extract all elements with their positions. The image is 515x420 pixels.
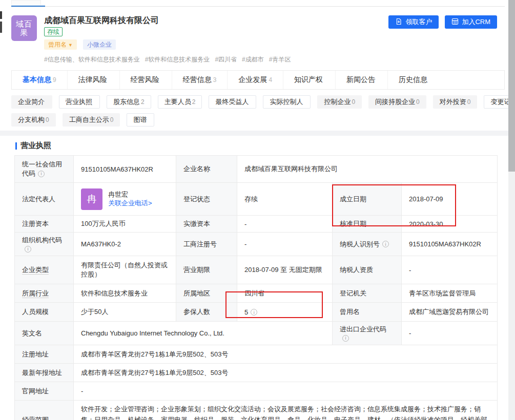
field-label-industry: 所属行业 <box>15 284 74 303</box>
subnav-business-license[interactable]: 营业执照 <box>59 95 100 109</box>
tab-operation-risk[interactable]: 经营风险 <box>120 71 172 89</box>
field-value-taxpayer-quality: - <box>402 256 498 284</box>
subnav-indirect-holdings[interactable]: 间接持股企业0 <box>368 95 426 109</box>
field-label-legal-rep: 法定代表人 <box>15 183 74 216</box>
subnav-self-disclosure[interactable]: 工商自主公示0 <box>63 113 120 127</box>
field-value-reg-capital: 100万元人民币 <box>74 216 176 233</box>
subnav-company-profile[interactable]: 企业简介 <box>11 95 52 109</box>
field-value-business-scope: 软件开发；企业管理咨询；企业形象策划；组织文化交流活动；会议及展览服务；社会经济… <box>74 401 498 420</box>
table-row: 组织机构代码i MA637HK0-2 工商注册号 - 纳税人识别号i 91510… <box>15 233 498 256</box>
field-value-english-name: Chengdu Yubaiguo Internet Technology Co.… <box>74 322 333 345</box>
hashtag-link[interactable]: #青羊区 <box>269 55 291 64</box>
subnav-shareholders[interactable]: 股东信息2 <box>107 95 151 109</box>
field-label-reg-capital: 注册资本 <box>15 216 74 233</box>
scrollbar-track[interactable] <box>508 0 515 420</box>
subnav-controlled-companies[interactable]: 控制企业0 <box>317 95 362 109</box>
field-value-industry: 软件和信息技术服务业 <box>74 284 176 303</box>
tab-news[interactable]: 新闻公告 <box>336 71 388 89</box>
field-value-credit-code: 91510105MA637HK02R <box>74 156 176 183</box>
field-value-staff-size: 少于50人 <box>74 303 176 322</box>
table-row: 注册地址 成都市青羊区青龙街27号1栋1单元9层502、503号 <box>15 345 498 364</box>
field-value-legal-rep: 冉 冉世宏 关联企业电话> <box>74 183 176 216</box>
section-divider <box>0 131 508 136</box>
hashtag-link[interactable]: #成都市 <box>242 55 264 64</box>
info-icon[interactable]: i <box>342 335 349 342</box>
claim-customer-icon <box>395 18 402 27</box>
title-accent-bar <box>15 142 17 150</box>
field-label-company-type: 企业类型 <box>15 256 74 284</box>
table-row: 所属行业 软件和信息技术服务业 所属地区 四川省 登记机关 青羊区市场监督管理局 <box>15 284 498 303</box>
subnav-actual-controller[interactable]: 实际控制人 <box>263 95 311 109</box>
info-icon[interactable]: i <box>38 171 45 177</box>
crm-grid-icon <box>451 18 459 27</box>
micro-enterprise-badge: 小微企业 <box>83 39 116 50</box>
tab-intellectual-property[interactable]: 知识产权 <box>283 71 336 89</box>
field-value-import-export-code: - <box>402 322 498 345</box>
subnav-section: 企业简介 营业执照 股东信息2 主要人员2 最终受益人 实际控制人 控制企业0 … <box>0 90 515 131</box>
former-name-dropdown[interactable]: 曾用名▼ <box>44 39 77 50</box>
field-label-reg-address: 注册地址 <box>15 345 74 364</box>
company-logo: 域百 果 <box>11 15 37 41</box>
legal-rep-name[interactable]: 冉世宏 <box>108 190 152 199</box>
field-label-annual-report-address: 最新年报地址 <box>15 364 74 382</box>
related-phone-link[interactable]: 关联企业电话> <box>108 199 152 208</box>
hashtag-row: #信息传输、软件和信息技术服务业 #软件和信息技术服务业 #四川省 #成都市 #… <box>44 55 291 64</box>
tag-row: 曾用名▼ 小微企业 <box>44 39 291 50</box>
field-label-website: 官网地址 <box>15 382 74 401</box>
hashtag-link[interactable]: #软件和信息技术服务业 <box>145 55 210 64</box>
field-value-business-term: 2018-07-09 至 无固定期限 <box>237 256 333 284</box>
field-label-region: 所属地区 <box>176 284 237 303</box>
logo-text-line2: 果 <box>20 28 28 37</box>
subnav-ultimate-beneficiary[interactable]: 最终受益人 <box>209 95 256 109</box>
active-tab-underline <box>11 6 45 7</box>
field-value-biz-reg-no: - <box>237 233 333 256</box>
info-icon[interactable]: i <box>382 241 389 247</box>
license-table: 统一社会信用代码i 91510105MA637HK02R 企业名称 成都域百果互… <box>14 155 498 420</box>
field-label-import-export-code: 进出口企业代码i <box>333 322 402 345</box>
field-label-establish-date: 成立日期 <box>333 183 402 216</box>
top-divider-line <box>45 6 505 7</box>
table-row: 英文名 Chengdu Yubaiguo Internet Technology… <box>15 322 498 345</box>
table-row: 注册资本 100万元人民币 实缴资本 - 核准日期 2020-03-30 <box>15 216 498 233</box>
hashtag-link[interactable]: #信息传输、软件和信息技术服务业 <box>44 55 140 64</box>
info-icon[interactable]: i <box>251 309 257 316</box>
add-crm-button[interactable]: 加入CRM <box>445 15 497 29</box>
tab-legal-risk[interactable]: 法律风险 <box>68 71 120 89</box>
field-label-taxpayer-quality: 纳税人资质 <box>333 256 402 284</box>
subnav-graph[interactable]: 图谱 <box>127 113 154 127</box>
tab-company-development[interactable]: 企业发展4 <box>228 71 283 89</box>
table-row: 法定代表人 冉 冉世宏 关联企业电话> 登记状态 存续 成立日期 2018-07… <box>15 183 498 216</box>
field-value-approval-date: 2020-03-30 <box>402 216 498 233</box>
table-row: 官网地址 - <box>15 382 498 401</box>
field-value-reg-address: 成都市青羊区青龙街27号1栋1单元9层502、503号 <box>74 345 498 364</box>
subnav-key-personnel[interactable]: 主要人员2 <box>158 95 202 109</box>
logo-text-line1: 域百 <box>16 19 32 28</box>
field-label-reg-authority: 登记机关 <box>333 284 402 303</box>
field-label-business-scope: 经营范围 <box>15 401 74 420</box>
field-label-staff-size: 人员规模 <box>15 303 74 322</box>
company-header: 域百 果 成都域百果互联网科技有限公司 存续 曾用名▼ 小微企业 #信息传输、软… <box>0 8 515 64</box>
scrollbar-thumb[interactable] <box>508 0 515 172</box>
field-label-insured-count: 参保人数 <box>176 303 237 322</box>
field-label-company-name: 企业名称 <box>176 156 237 183</box>
tab-basic-info[interactable]: 基本信息9 <box>12 71 68 89</box>
field-value-org-code: MA637HK0-2 <box>74 233 176 256</box>
field-label-taxpayer-id: 纳税人识别号i <box>333 233 402 256</box>
claim-customer-button[interactable]: 领取客户 <box>388 15 439 29</box>
company-detail-page: 域百 果 成都域百果互联网科技有限公司 存续 曾用名▼ 小微企业 #信息传输、软… <box>0 0 515 420</box>
left-edge-fragment <box>0 22 2 33</box>
tab-operation-info[interactable]: 经营信息3 <box>172 71 228 89</box>
subnav-branches[interactable]: 分支机构0 <box>11 113 56 127</box>
field-label-credit-code: 统一社会信用代码i <box>15 156 74 183</box>
field-value-company-type: 有限责任公司（自然人投资或控股） <box>74 256 176 284</box>
info-icon[interactable]: i <box>25 246 31 253</box>
hashtag-link[interactable]: #四川省 <box>215 55 237 64</box>
active-tab-stub <box>11 0 41 5</box>
field-value-region: 四川省 <box>237 284 333 303</box>
subnav-outbound-investment[interactable]: 对外投资0 <box>433 95 478 109</box>
tab-history-info[interactable]: 历史信息 <box>388 71 440 89</box>
status-badge: 存续 <box>44 27 63 36</box>
field-value-taxpayer-id: 91510105MA637HK02R <box>402 233 498 256</box>
subnav-row-2: 分支机构0 工商自主公示0 图谱 <box>11 113 505 127</box>
field-label-former-name: 曾用名 <box>333 303 402 322</box>
